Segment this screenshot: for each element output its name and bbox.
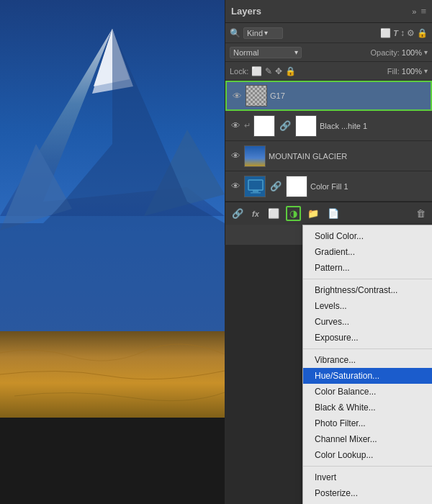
- add-mask-icon[interactable]: ⬜: [266, 207, 282, 220]
- opacity-value: 100%: [402, 48, 422, 57]
- menu-item-posterize-[interactable]: Posterize...: [303, 485, 432, 501]
- layer-mask-black-white: [295, 115, 317, 137]
- adjustment-layer-icon[interactable]: ◑: [286, 206, 301, 221]
- menu-item-hue-saturation-[interactable]: Hue/Saturation...: [303, 368, 432, 384]
- new-layer-icon[interactable]: 📄: [325, 207, 341, 220]
- monitor-icon: [245, 176, 266, 197]
- canvas-area: [0, 0, 225, 504]
- blend-mode-row: Normal ▾ Opacity: 100% ▾: [225, 43, 432, 62]
- search-icon: 🔍: [230, 28, 240, 38]
- lock-pixels-icon[interactable]: ✎: [265, 66, 272, 76]
- fx-icon[interactable]: fx: [250, 208, 261, 220]
- fill-chevron[interactable]: ▾: [424, 67, 428, 75]
- menu-item-exposure-[interactable]: Exposure...: [303, 330, 432, 346]
- sand-area: [0, 331, 225, 418]
- layer-row-g17[interactable]: 👁 G17: [225, 81, 432, 111]
- fill-label: Fill:: [387, 67, 400, 76]
- menu-item-solid-color-[interactable]: Solid Color...: [303, 228, 432, 244]
- opacity-label: Opacity:: [371, 48, 400, 57]
- layer-mask-color-fill: [286, 176, 307, 197]
- svg-rect-9: [253, 190, 258, 192]
- panel-header: Layers » ≡: [225, 0, 432, 23]
- layer-row-color-fill[interactable]: 👁 🔗 Color Fill 1: [225, 171, 432, 202]
- layer-row-mountain[interactable]: 👁 MOUNTAIN GLACIER: [225, 141, 432, 171]
- hamburger-icon[interactable]: ≡: [420, 6, 426, 17]
- menu-separator-13: [303, 466, 432, 467]
- kind-chevron: ▾: [264, 29, 268, 37]
- menu-item-threshold-[interactable]: Threshold...: [303, 501, 432, 504]
- menu-item-pattern-[interactable]: Pattern...: [303, 260, 432, 276]
- menu-item-levels-[interactable]: Levels...: [303, 298, 432, 314]
- menu-item-channel-mixer-[interactable]: Channel Mixer...: [303, 431, 432, 447]
- eye-icon-color-fill[interactable]: 👁: [230, 181, 241, 192]
- fill-section: Fill: 100% ▾: [387, 67, 428, 76]
- menu-item-vibrance-[interactable]: Vibrance...: [303, 352, 432, 368]
- shape-filter-icon[interactable]: ↕: [400, 28, 405, 38]
- mountain-svg: [0, 0, 225, 331]
- eye-icon-mountain[interactable]: 👁: [230, 150, 241, 161]
- layer-name-g17: G17: [270, 91, 426, 100]
- delete-layer-icon[interactable]: 🗑: [414, 207, 428, 220]
- adjustment-context-menu: Solid Color...Gradient...Pattern...Brigh…: [302, 225, 432, 504]
- thumb-mountain-img: [245, 146, 265, 166]
- svg-rect-8: [248, 180, 263, 190]
- layer-name-color-fill: Color Fill 1: [310, 182, 428, 191]
- link-layers-icon[interactable]: 🔗: [230, 207, 246, 220]
- lock-icons: ⬜ ✎ ✥ 🔒: [251, 66, 296, 76]
- thumb-mask-cf: [287, 176, 307, 197]
- thumb-checker-g17: [246, 86, 266, 106]
- menu-item-color-lookup-[interactable]: Color Lookup...: [303, 447, 432, 463]
- group-layers-icon[interactable]: 📁: [305, 207, 321, 220]
- lock-filter-icon[interactable]: 🔒: [417, 28, 428, 38]
- layer-row-black-white[interactable]: 👁 ↵ 🔗 Black ...hite 1: [225, 111, 432, 141]
- dark-bottom-area: [0, 418, 225, 504]
- panel-header-icons: » ≡: [412, 6, 426, 17]
- blend-mode-label: Normal: [233, 48, 258, 57]
- menu-item-black-white-[interactable]: Black & White...: [303, 400, 432, 415]
- menu-item-color-balance-[interactable]: Color Balance...: [303, 384, 432, 400]
- lock-transparency-icon[interactable]: ⬜: [251, 66, 262, 76]
- layer-name-mountain: MOUNTAIN GLACIER: [269, 152, 428, 161]
- filter-type-icons: ⬜ T ↕ ⚙ 🔒: [380, 28, 428, 38]
- mountain-background: [0, 0, 225, 331]
- canvas-image: [0, 0, 225, 331]
- menu-item-brightness-contrast-[interactable]: Brightness/Contrast...: [303, 282, 432, 298]
- menu-separator-2: [303, 279, 432, 279]
- layer-thumb-g17: [246, 85, 267, 107]
- thumb-white-bw: [254, 116, 274, 136]
- opacity-section: Opacity: 100% ▾: [371, 48, 428, 57]
- menu-item-photo-filter-[interactable]: Photo Filter...: [303, 415, 432, 431]
- layer-thumb-color-fill: [244, 176, 266, 197]
- thumb-blue-fill: [245, 176, 265, 197]
- layers-panel: Layers » ≡ 🔍 Kind ▾ ⬜ T ↕ ⚙ 🔒 Normal ▾ O…: [225, 0, 432, 245]
- layers-list: 👁 G17 👁 ↵ 🔗 Black ...hite 1 👁: [225, 81, 432, 202]
- layers-toolbar: 🔗 fx ⬜ ◑ 📁 📄 🗑: [225, 202, 432, 225]
- layer-thumb-mountain: [244, 145, 266, 167]
- double-chevron-icon[interactable]: »: [412, 7, 416, 16]
- svg-rect-7: [0, 331, 225, 418]
- eye-icon-black-white[interactable]: 👁: [230, 120, 241, 131]
- kind-label: Kind: [247, 29, 263, 37]
- menu-item-gradient-[interactable]: Gradient...: [303, 244, 432, 260]
- link-icon-bw: 🔗: [279, 120, 291, 131]
- menu-item-invert[interactable]: Invert: [303, 469, 432, 485]
- blend-mode-dropdown[interactable]: Normal ▾: [230, 47, 302, 58]
- lock-all-icon[interactable]: 🔒: [285, 66, 296, 76]
- eye-icon-g17[interactable]: 👁: [231, 91, 243, 102]
- fill-value: 100%: [402, 67, 422, 76]
- blend-chevron: ▾: [294, 48, 298, 56]
- filter-row: 🔍 Kind ▾ ⬜ T ↕ ⚙ 🔒: [225, 23, 432, 43]
- lock-label: Lock:: [230, 67, 248, 76]
- svg-rect-10: [251, 192, 261, 194]
- lock-row: Lock: ⬜ ✎ ✥ 🔒 Fill: 100% ▾: [225, 62, 432, 81]
- opacity-chevron[interactable]: ▾: [424, 48, 428, 56]
- pixel-filter-icon[interactable]: ⬜: [380, 28, 391, 38]
- link-icon-fill: 🔗: [270, 181, 282, 192]
- lock-position-icon[interactable]: ✥: [275, 66, 282, 76]
- panel-title: Layers: [231, 6, 261, 17]
- kind-dropdown[interactable]: Kind ▾: [243, 27, 283, 39]
- menu-item-curves-[interactable]: Curves...: [303, 314, 432, 330]
- smart-filter-icon[interactable]: ⚙: [407, 28, 415, 38]
- type-filter-icon[interactable]: T: [393, 29, 398, 37]
- layer-name-black-white: Black ...hite 1: [320, 122, 428, 130]
